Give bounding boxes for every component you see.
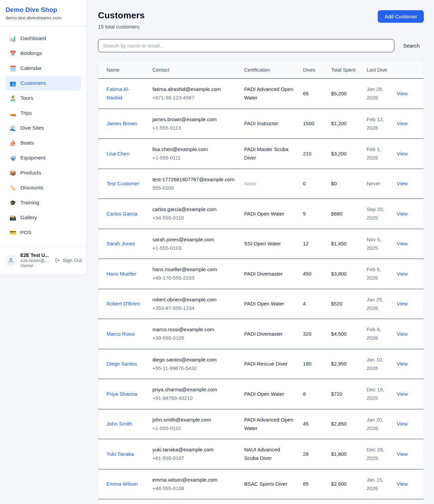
sidebar-item-label: Trips [20, 110, 32, 116]
search-input[interactable] [98, 39, 394, 52]
customer-name-link[interactable]: John Smith [106, 421, 132, 427]
customer-phone: +1-555-0111 [152, 154, 235, 162]
view-link[interactable]: View [397, 241, 408, 246]
table-row: Fatima Al-Rashid fatima.alrashid@example… [98, 79, 423, 109]
view-link[interactable]: View [397, 211, 408, 217]
calendar-date-icon: 📅 [9, 50, 16, 57]
customer-phone: +1-555-0101 [152, 424, 235, 433]
sidebar-item-trips[interactable]: 🚤 Trips [5, 106, 81, 120]
customer-total-spent: $3,800 [331, 271, 347, 277]
customer-email: carlos.garcia@example.com [152, 205, 235, 214]
sidebar-item-discounts[interactable]: 🏷️ Discounts [5, 180, 81, 195]
table-row: Priya Sharma priya.sharma@example.com +9… [98, 379, 423, 409]
sidebar-item-tours[interactable]: 🏝️ Tours [5, 91, 81, 106]
customer-phone: +91-98765-43210 [152, 394, 235, 403]
search-button[interactable]: Search [399, 40, 424, 52]
sailboat-icon: ⛵ [9, 140, 16, 146]
sidebar-item-bookings[interactable]: 📅 Bookings [5, 46, 81, 61]
app-layout: Demo Dive Shop demo.test.divestreams.com… [0, 0, 434, 504]
sidebar-item-label: Gallery [20, 214, 37, 221]
sidebar-item-label: Discounts [20, 185, 43, 191]
view-link[interactable]: View [397, 391, 408, 397]
customer-certification: PADI Advanced Open Water [244, 417, 293, 431]
customer-name-link[interactable]: James Brown [106, 120, 137, 126]
view-link[interactable]: View [397, 481, 408, 487]
user-info: E2E Test U... e2e-tester@... Owner [20, 253, 52, 268]
package-icon: 📦 [9, 170, 16, 176]
user-name: E2E Test U... [20, 253, 52, 258]
customer-dives: 5 [303, 211, 306, 217]
customer-name-link[interactable]: Sarah Jones [106, 241, 135, 246]
credit-card-icon: 💳 [9, 229, 16, 236]
customer-name-link[interactable]: Marco Rossi [106, 331, 135, 337]
page-header: Customers 15 total customers Add Custome… [98, 10, 424, 30]
sidebar-item-dashboard[interactable]: 📊 Dashboard [5, 31, 81, 46]
sidebar-item-boats[interactable]: ⛵ Boats [5, 135, 81, 150]
customer-email: hans.mueller@example.com [152, 265, 235, 274]
sidebar-item-customers[interactable]: 👥 Customers [5, 76, 81, 91]
sidebar-item-pos[interactable]: 💳 POS [5, 225, 81, 240]
sidebar-item-label: Products [20, 170, 41, 176]
customer-last-dive: Jan 20, 2026 [367, 417, 383, 431]
customer-dives: 28 [303, 451, 309, 457]
shop-title: Demo Dive Shop [5, 6, 81, 14]
view-link[interactable]: View [397, 181, 408, 186]
customer-name-link[interactable]: Yuki Tanaka [106, 451, 134, 457]
customer-total-spent: $720 [331, 391, 342, 397]
sidebar-item-label: Tours [20, 95, 33, 101]
table-row: Marco Rossi marco.rossi@example.com +39-… [98, 319, 423, 349]
table-row: Carlos Garcia carlos.garcia@example.com … [98, 199, 423, 229]
view-link[interactable]: View [397, 361, 408, 367]
customer-dives: 0 [303, 181, 306, 186]
customer-name-link[interactable]: Diego Santos [106, 361, 137, 367]
customer-phone: 555-0100 [152, 184, 235, 192]
column-header-dives: Dives [299, 61, 327, 79]
people-icon: 👥 [9, 80, 16, 87]
sidebar-item-label: Dashboard [20, 35, 46, 41]
customer-email: marco.rossi@example.com [152, 325, 235, 334]
add-customer-button[interactable]: Add Customer [378, 10, 424, 23]
table-body: Fatima Al-Rashid fatima.alrashid@example… [98, 79, 423, 504]
customer-total-spent: $1,800 [331, 451, 347, 457]
view-link[interactable]: View [397, 331, 408, 337]
column-header-total-spent: Total Spent [327, 61, 362, 79]
customer-total-spent: $1,200 [331, 120, 347, 126]
view-link[interactable]: View [397, 151, 408, 156]
view-link[interactable]: View [397, 120, 408, 126]
customer-name-link[interactable]: Emma Wilson [106, 481, 138, 487]
customer-name-link[interactable]: Hans Mueller [106, 271, 136, 277]
customer-name-link[interactable]: Fatima Al-Rashid [106, 86, 130, 100]
view-link[interactable]: View [397, 451, 408, 457]
customer-last-dive: Nov 5, 2025 [367, 237, 381, 251]
customer-certification: SSI Open Water [244, 241, 281, 246]
customer-last-dive: Dec 15, 2025 [367, 387, 384, 401]
column-header-actions [393, 61, 423, 79]
sidebar-item-training[interactable]: 🎓 Training [5, 195, 81, 210]
view-link[interactable]: View [397, 301, 408, 306]
column-header-contact: Contact [148, 61, 240, 79]
customer-last-dive: Feb 12, 2026 [367, 116, 384, 131]
customer-name-link[interactable]: Priya Sharma [106, 391, 137, 397]
view-link[interactable]: View [397, 421, 408, 427]
sidebar-item-dive-sites[interactable]: 🌊 Dive Sites [5, 120, 81, 135]
customer-name-link[interactable]: Lisa Chen [106, 151, 130, 156]
customer-email: sarah.jones@example.com [152, 236, 235, 244]
sidebar-item-calendar[interactable]: 🗓️ Calendar [5, 61, 81, 76]
sidebar-item-label: Dive Sites [20, 125, 44, 131]
customer-dives: 45 [303, 421, 309, 427]
view-link[interactable]: View [397, 91, 408, 96]
sidebar-item-products[interactable]: 📦 Products [5, 165, 81, 180]
customer-certification: PADI Open Water [244, 301, 284, 306]
view-link[interactable]: View [397, 271, 408, 277]
customer-name-link[interactable]: Carlos Garcia [106, 211, 138, 217]
sidebar-item-label: Boats [20, 140, 34, 146]
column-header-last-dive: Last Dive [362, 61, 393, 79]
customer-name-link[interactable]: Test Customer [106, 181, 139, 186]
customer-total-spent: $680 [331, 211, 342, 217]
sign-out-button[interactable]: Sign Out [55, 258, 82, 263]
customer-name-link[interactable]: Robert O'Brien [106, 301, 140, 306]
spiral-calendar-icon: 🗓️ [9, 65, 16, 72]
customer-certification: PADI Divemaster [244, 331, 283, 337]
sidebar-item-equipment[interactable]: 🤿 Equipment [5, 150, 81, 165]
sidebar-item-gallery[interactable]: 📸 Gallery [5, 210, 81, 225]
